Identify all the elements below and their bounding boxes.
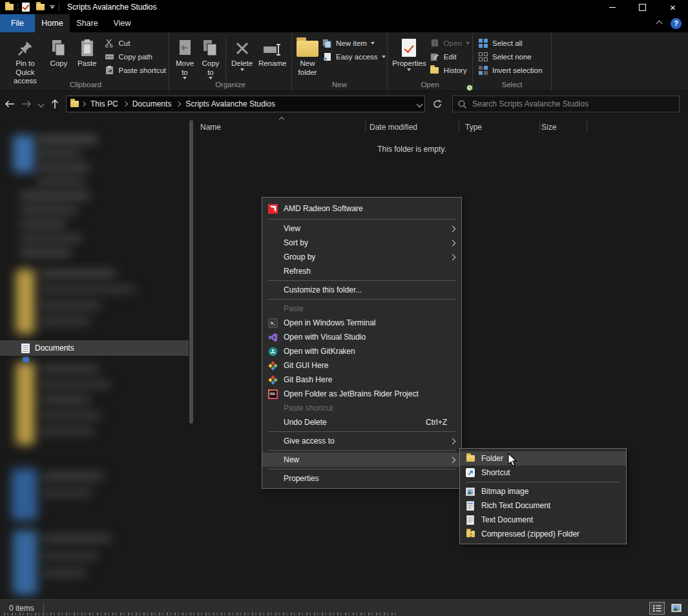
submenu-item-text-document[interactable]: Text Document <box>460 513 626 527</box>
column-header-size[interactable]: Size <box>541 123 556 132</box>
paste-shortcut-button[interactable]: Paste shortcut <box>104 63 166 77</box>
ribbon-group-clipboard: Pin to Quick access Copy Paste Cut <box>3 32 169 90</box>
menu-item-open-in-windows-terminal[interactable]: >_ Open in Windows Terminal <box>262 316 461 330</box>
context-menu: AMD Radeon Software View Sort by Group b… <box>262 197 462 489</box>
menu-item-amd-radeon-software[interactable]: AMD Radeon Software <box>262 200 461 217</box>
rename-button[interactable]: Rename <box>256 34 289 70</box>
refresh-button[interactable] <box>429 96 446 112</box>
sidebar-blurred-content <box>36 165 90 170</box>
close-button[interactable]: × <box>658 0 688 14</box>
submenu-item-compressed-zipped-folder[interactable]: Compressed (zipped) Folder <box>460 527 626 541</box>
menu-separator <box>268 431 455 432</box>
menu-item-open-with-gitkraken[interactable]: Open with GitKraken <box>262 344 461 358</box>
column-divider[interactable] <box>365 121 366 133</box>
submenu-arrow-icon <box>450 457 456 463</box>
sidebar-scrollbar[interactable] <box>189 120 193 424</box>
new-folder-button[interactable]: New folder <box>295 34 320 78</box>
select-all-button[interactable]: Select all <box>478 36 542 50</box>
history-button[interactable]: History <box>430 63 470 77</box>
sidebar-blurred-content <box>19 193 90 199</box>
submenu-item-rich-text-document[interactable]: Rich Text Document <box>460 498 626 513</box>
back-button[interactable] <box>1 96 18 112</box>
sidebar-blurred-content <box>16 269 35 334</box>
copy-button[interactable]: Copy <box>45 34 72 70</box>
sidebar-blurred-content <box>41 570 87 576</box>
menu-item-new[interactable]: New <box>262 453 461 467</box>
menu-item-properties[interactable]: Properties <box>262 471 461 486</box>
easy-access-button[interactable]: Easy access <box>322 50 386 63</box>
tab-file[interactable]: File <box>0 14 35 32</box>
copy-path-icon <box>104 52 114 62</box>
breadcrumb-current-folder[interactable]: Scripts Avalanche Studios <box>183 99 278 108</box>
submenu-item-shortcut[interactable]: Shortcut <box>460 466 626 480</box>
menu-item-undo-delete[interactable]: Undo Delete Ctrl+Z <box>262 415 461 429</box>
large-icons-view-button[interactable] <box>669 602 684 615</box>
column-divider[interactable] <box>587 121 587 133</box>
search-input[interactable]: Search Scripts Avalanche Studios <box>452 96 680 112</box>
select-none-icon <box>478 52 488 62</box>
sidebar-blurred-content <box>13 530 37 595</box>
column-header-type[interactable]: Type <box>465 123 482 132</box>
minimize-button[interactable] <box>597 0 627 14</box>
edit-button[interactable]: Edit <box>430 50 470 63</box>
submenu-item-folder[interactable]: Folder <box>460 451 626 466</box>
breadcrumb-documents[interactable]: Documents <box>130 99 174 108</box>
navigation-pane[interactable]: Documents <box>0 117 189 599</box>
menu-item-paste-shortcut: Paste shortcut <box>262 401 461 415</box>
column-header-date-modified[interactable]: Date modified <box>370 123 417 132</box>
tab-home[interactable]: Home <box>35 14 70 32</box>
column-header-name[interactable]: Name <box>200 123 221 132</box>
copy-path-label: Copy path <box>118 53 152 61</box>
menu-item-sort-by[interactable]: Sort by <box>262 236 461 250</box>
collapse-ribbon-icon[interactable] <box>656 20 663 26</box>
easy-access-caret <box>382 56 386 58</box>
address-dropdown-icon[interactable] <box>417 101 423 107</box>
minimize-icon <box>609 7 616 8</box>
jetbrains-rider-icon: RD <box>267 389 278 399</box>
menu-item-git-bash-here[interactable]: Git Bash Here <box>262 373 461 387</box>
tab-view[interactable]: View <box>105 14 140 32</box>
invert-selection-button[interactable]: Invert selection <box>478 63 542 77</box>
quick-access-new-folder-icon[interactable] <box>36 4 45 10</box>
quick-access-properties-icon[interactable] <box>22 3 30 12</box>
sidebar-blurred-content <box>39 318 90 324</box>
column-divider[interactable] <box>459 121 459 133</box>
menu-item-view[interactable]: View <box>262 221 461 236</box>
up-button[interactable] <box>47 96 63 112</box>
empty-folder-message: This folder is empty. <box>194 145 630 154</box>
menu-item-git-gui-here[interactable]: Git GUI Here <box>262 358 461 373</box>
invert-selection-label: Invert selection <box>492 67 542 74</box>
recent-locations-button[interactable] <box>35 96 47 112</box>
select-none-button[interactable]: Select none <box>478 50 542 63</box>
open-label: Open <box>444 39 462 47</box>
help-icon[interactable]: ? <box>671 18 682 29</box>
submenu-arrow-icon <box>450 240 456 246</box>
submenu-item-bitmap-image[interactable]: Bitmap image <box>460 484 626 498</box>
delete-button[interactable]: Delete <box>228 34 256 72</box>
cut-button[interactable]: Cut <box>104 36 166 50</box>
new-item-button[interactable]: New item <box>322 36 386 50</box>
copy-to-button[interactable]: Copy to <box>198 34 224 81</box>
breadcrumb-this-pc[interactable]: This PC <box>88 99 121 108</box>
sidebar-item-documents[interactable]: Documents <box>0 340 189 356</box>
copy-path-button[interactable]: Copy path <box>104 50 166 63</box>
properties-button[interactable]: Properties <box>390 34 428 72</box>
details-view-button[interactable] <box>649 602 665 615</box>
items-count: 0 items <box>9 604 34 613</box>
paste-button[interactable]: Paste <box>72 34 102 70</box>
address-bar[interactable]: This PC Documents Scripts Avalanche Stud… <box>66 96 425 112</box>
column-divider[interactable] <box>539 121 540 133</box>
menu-item-group-by[interactable]: Group by <box>262 250 461 264</box>
move-to-button[interactable]: Move to <box>172 34 198 81</box>
menu-item-customize-this-folder[interactable]: Customize this folder... <box>262 283 461 297</box>
bottom-artifact-strip <box>4 613 398 615</box>
customize-quick-access-icon[interactable] <box>50 5 55 9</box>
menu-item-give-access-to[interactable]: Give access to <box>262 434 461 448</box>
menu-item-open-folder-as-jetbrains-rider-project[interactable]: RD Open Folder as JetBrains Rider Projec… <box>262 387 461 401</box>
tab-share[interactable]: Share <box>70 14 105 32</box>
pin-to-quick-access-button[interactable]: Pin to Quick access <box>5 34 45 87</box>
menu-item-open-with-visual-studio[interactable]: Open with Visual Studio <box>262 330 461 344</box>
menu-item-refresh[interactable]: Refresh <box>262 264 461 278</box>
forward-button[interactable] <box>18 96 35 112</box>
maximize-button[interactable] <box>627 0 658 14</box>
